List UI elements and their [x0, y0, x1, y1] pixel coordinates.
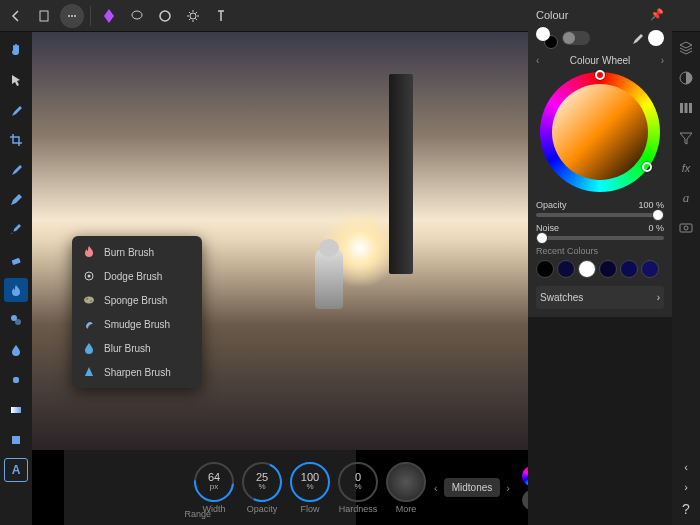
recent-colours-label: Recent Colours: [536, 246, 664, 256]
colour-mode-label: Colour Wheel: [570, 55, 631, 66]
pencil-tool[interactable]: [4, 188, 28, 212]
hue-marker[interactable]: [595, 70, 605, 80]
adjustments-studio-button[interactable]: [676, 68, 696, 88]
range-prev-button[interactable]: ‹: [434, 482, 438, 494]
droplet-tool[interactable]: [4, 338, 28, 362]
brush-item-sponge[interactable]: Sponge Brush: [72, 288, 202, 312]
pin-icon[interactable]: 📌: [650, 8, 664, 21]
brush-preset-button[interactable]: [522, 490, 528, 510]
text-studio-button[interactable]: a: [676, 188, 696, 208]
recent-swatch[interactable]: [599, 260, 617, 278]
blur-icon: [82, 341, 96, 355]
right-studio-rail: fx a: [672, 32, 700, 525]
recent-swatch[interactable]: [641, 260, 659, 278]
more-button[interactable]: [60, 4, 84, 28]
svg-point-9: [15, 319, 21, 325]
text-tool[interactable]: A: [4, 458, 28, 482]
brush-item-smudge[interactable]: Smudge Brush: [72, 312, 202, 336]
range-next-button[interactable]: ›: [506, 482, 510, 494]
heal-tool[interactable]: [4, 368, 28, 392]
gear-button[interactable]: [181, 4, 205, 28]
back-button[interactable]: [4, 4, 28, 28]
colour-toggle[interactable]: [562, 31, 590, 45]
sponge-icon: [82, 293, 96, 307]
svg-rect-11: [11, 407, 21, 413]
more-dial[interactable]: More: [386, 462, 426, 514]
brush-label: Sponge Brush: [104, 295, 167, 306]
fx-studio-button[interactable]: fx: [676, 158, 696, 178]
range-value-button[interactable]: Midtones: [444, 478, 501, 497]
brush-popup-menu: Burn Brush Dodge Brush Sponge Brush Smud…: [72, 236, 202, 388]
svg-rect-0: [40, 11, 48, 21]
svg-point-3: [74, 15, 76, 17]
svg-rect-7: [12, 258, 21, 265]
collapse-left-icon[interactable]: ‹: [684, 461, 688, 473]
primary-secondary-swatch[interactable]: [536, 27, 558, 49]
dodge-icon: [82, 269, 96, 283]
filters-studio-button[interactable]: [676, 128, 696, 148]
recent-swatch[interactable]: [620, 260, 638, 278]
astronaut-decoration: [315, 249, 343, 309]
svg-point-4: [132, 11, 142, 19]
colour-panel: Colour 📌 ‹ Colour Wheel › Opacity100 % N…: [528, 0, 672, 317]
stock-studio-button[interactable]: [676, 218, 696, 238]
circle-tool-button[interactable]: [153, 4, 177, 28]
flow-dial[interactable]: 100% Flow: [290, 462, 330, 514]
svg-point-6: [190, 13, 196, 19]
svg-point-2: [71, 15, 73, 17]
persona-photo-button[interactable]: [97, 4, 121, 28]
mini-colour-wheel-button[interactable]: [522, 466, 528, 486]
eyedropper-icon[interactable]: [630, 31, 644, 45]
sat-marker[interactable]: [642, 162, 652, 172]
brush-item-sharpen[interactable]: Sharpen Brush: [72, 360, 202, 384]
burn-tool[interactable]: [4, 278, 28, 302]
brush-label: Smudge Brush: [104, 319, 170, 330]
recent-swatch[interactable]: [578, 260, 596, 278]
eraser-tool[interactable]: [4, 248, 28, 272]
collapse-right-icon[interactable]: ›: [684, 481, 688, 493]
channels-studio-button[interactable]: [676, 98, 696, 118]
pointer-tool[interactable]: [4, 68, 28, 92]
brush-item-dodge[interactable]: Dodge Brush: [72, 264, 202, 288]
mode-prev-button[interactable]: ‹: [536, 55, 539, 66]
svg-rect-10: [13, 377, 19, 383]
brush-item-blur[interactable]: Blur Brush: [72, 336, 202, 360]
hand-tool[interactable]: [4, 38, 28, 62]
opacity-slider-label: Opacity: [536, 200, 567, 210]
hardness-label: Hardness: [339, 504, 378, 514]
noise-slider[interactable]: [536, 236, 664, 240]
crop-tool[interactable]: [4, 128, 28, 152]
text-persona-button[interactable]: [209, 4, 233, 28]
left-toolbar: A: [0, 32, 32, 525]
range-title: Range: [184, 509, 211, 519]
colour-panel-title: Colour: [536, 9, 568, 21]
swatches-button[interactable]: Swatches ›: [536, 286, 664, 309]
hardness-dial[interactable]: 0% Hardness: [338, 462, 378, 514]
shape-tool[interactable]: [4, 428, 28, 452]
width-dial[interactable]: 64px Width: [194, 462, 234, 514]
svg-rect-12: [12, 436, 20, 444]
brush-label: Dodge Brush: [104, 271, 162, 282]
svg-rect-21: [689, 103, 692, 113]
recent-swatch[interactable]: [536, 260, 554, 278]
brush-label: Sharpen Brush: [104, 367, 171, 378]
mode-next-button[interactable]: ›: [661, 55, 664, 66]
current-colour-swatch[interactable]: [648, 30, 664, 46]
opacity-dial[interactable]: 25% Opacity: [242, 462, 282, 514]
layers-studio-button[interactable]: [676, 38, 696, 58]
lasso-tool-button[interactable]: [125, 4, 149, 28]
opacity-slider[interactable]: [536, 213, 664, 217]
right-footer: ‹ › ?: [672, 461, 700, 525]
help-button[interactable]: ?: [682, 501, 690, 517]
recent-swatch[interactable]: [557, 260, 575, 278]
colour-wheel[interactable]: [540, 72, 660, 192]
eyedropper-tool[interactable]: [4, 98, 28, 122]
clone-tool[interactable]: [4, 308, 28, 332]
document-button[interactable]: [32, 4, 56, 28]
smudge-icon: [82, 317, 96, 331]
canvas-area[interactable]: Burn Brush Dodge Brush Sponge Brush Smud…: [32, 32, 528, 525]
brush-variant-tool[interactable]: [4, 218, 28, 242]
gradient-tool[interactable]: [4, 398, 28, 422]
brush-item-burn[interactable]: Burn Brush: [72, 240, 202, 264]
paintbrush-tool[interactable]: [4, 158, 28, 182]
